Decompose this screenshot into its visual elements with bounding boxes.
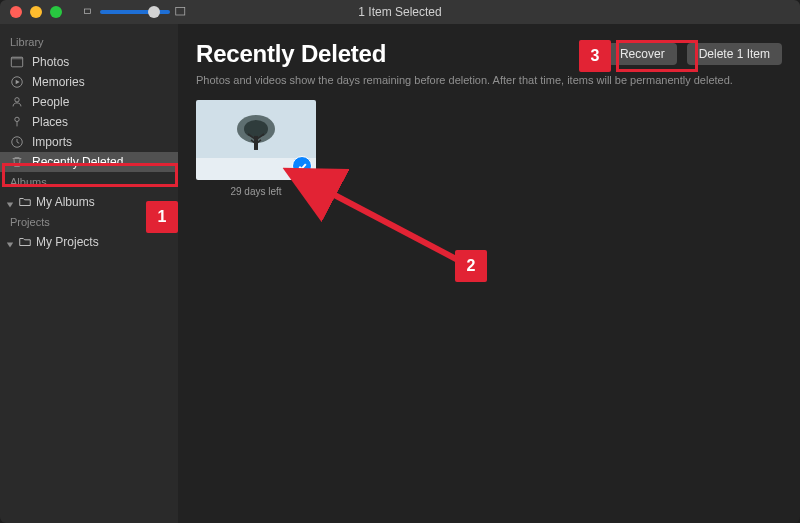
sidebar-item-people[interactable]: People	[0, 92, 178, 112]
svg-rect-0	[85, 9, 91, 14]
svg-rect-3	[11, 57, 22, 59]
svg-point-6	[15, 98, 19, 102]
zoom-in-large-icon[interactable]	[174, 5, 188, 19]
folder-icon	[18, 235, 32, 249]
fullscreen-window-icon[interactable]	[50, 6, 62, 18]
main-content: Recently Deleted Recover Delete 1 Item P…	[178, 24, 800, 523]
content-header: Recently Deleted Recover Delete 1 Item	[196, 40, 782, 68]
sidebar-item-label: Places	[32, 115, 68, 129]
sidebar-section-library: Library	[0, 32, 178, 52]
sidebar-item-memories[interactable]: Memories	[0, 72, 178, 92]
sidebar-item-label: Memories	[32, 75, 85, 89]
thumbnail-caption: 29 days left	[230, 186, 281, 197]
sidebar-item-places[interactable]: Places	[0, 112, 178, 132]
sidebar-item-imports[interactable]: Imports	[0, 132, 178, 152]
photos-icon	[10, 55, 24, 69]
svg-point-13	[244, 120, 268, 138]
sidebar-item-label: Recently Deleted	[32, 155, 123, 169]
delete-button[interactable]: Delete 1 Item	[687, 43, 782, 65]
thumbnail-artwork	[231, 114, 281, 156]
window-controls	[10, 6, 62, 18]
thumbnail-grid: 29 days left	[196, 100, 782, 197]
memories-icon	[10, 75, 24, 89]
places-pin-icon	[10, 115, 24, 129]
app-window: 1 Item Selected Library Photos Memories	[0, 0, 800, 523]
zoom-slider-group	[82, 5, 188, 19]
sidebar-item-label: Photos	[32, 55, 69, 69]
disclosure-triangle-icon	[6, 238, 14, 246]
folder-icon	[18, 195, 32, 209]
sidebar-item-label: Imports	[32, 135, 72, 149]
sidebar-item-label: My Albums	[36, 195, 95, 209]
imports-clock-icon	[10, 135, 24, 149]
thumbnail-image	[196, 100, 316, 180]
sidebar-section-projects: Projects	[0, 212, 178, 232]
photo-thumbnail[interactable]: 29 days left	[196, 100, 316, 197]
header-actions: Recover Delete 1 Item	[608, 43, 782, 65]
sidebar-item-recently-deleted[interactable]: Recently Deleted	[0, 152, 178, 172]
sidebar-section-albums: Albums	[0, 172, 178, 192]
page-subtitle: Photos and videos show the days remainin…	[196, 74, 782, 86]
window-body: Library Photos Memories People	[0, 24, 800, 523]
recover-button[interactable]: Recover	[608, 43, 677, 65]
zoom-out-small-icon[interactable]	[82, 5, 96, 19]
disclosure-triangle-icon	[6, 198, 14, 206]
thumbnail-size-slider[interactable]	[100, 10, 170, 14]
sidebar-item-my-albums[interactable]: My Albums	[0, 192, 178, 212]
titlebar: 1 Item Selected	[0, 0, 800, 24]
svg-rect-1	[176, 8, 185, 16]
trash-icon	[10, 155, 24, 169]
svg-marker-10	[7, 203, 13, 208]
minimize-window-icon[interactable]	[30, 6, 42, 18]
page-title: Recently Deleted	[196, 40, 386, 68]
selection-checkmark-icon	[292, 156, 312, 176]
svg-marker-11	[7, 243, 13, 248]
sidebar-item-label: My Projects	[36, 235, 99, 249]
sidebar-item-photos[interactable]: Photos	[0, 52, 178, 72]
svg-point-7	[15, 117, 19, 121]
sidebar: Library Photos Memories People	[0, 24, 178, 523]
sidebar-item-label: People	[32, 95, 69, 109]
close-window-icon[interactable]	[10, 6, 22, 18]
svg-marker-5	[16, 80, 20, 84]
sidebar-item-my-projects[interactable]: My Projects	[0, 232, 178, 252]
people-icon	[10, 95, 24, 109]
